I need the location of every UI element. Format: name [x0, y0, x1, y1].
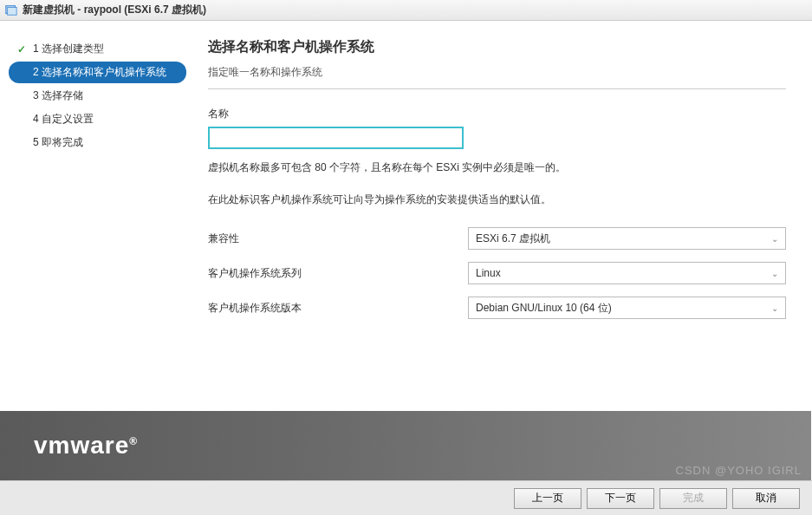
step-1[interactable]: ✓ 1 选择创建类型: [9, 38, 186, 60]
row-os-version: 客户机操作系统版本 Debian GNU/Linux 10 (64 位) ⌄: [208, 297, 786, 319]
name-label: 名称: [208, 107, 786, 121]
step-5[interactable]: 5 即将完成: [9, 132, 186, 153]
vmware-logo: vmware®: [34, 432, 138, 460]
window-title: 新建虚拟机 - raypool (ESXi 6.7 虚拟机): [23, 3, 206, 17]
logo-band: vmware®: [0, 411, 811, 480]
footer-buttons: 上一页 下一页 完成 取消: [0, 480, 812, 515]
step-label: 3 选择存储: [33, 88, 83, 103]
step-4[interactable]: 4 自定义设置: [9, 108, 186, 130]
os-hint: 在此处标识客户机操作系统可让向导为操作系统的安装提供适当的默认值。: [208, 192, 786, 208]
vm-name-input[interactable]: [208, 127, 464, 149]
back-button[interactable]: 上一页: [514, 488, 581, 509]
row-os-family: 客户机操作系统系列 Linux ⌄: [208, 262, 786, 284]
os-family-label: 客户机操作系统系列: [208, 266, 468, 281]
step-label: 5 即将完成: [33, 135, 83, 150]
select-value: Linux: [476, 267, 501, 279]
page-heading: 选择名称和客户机操作系统: [208, 38, 786, 56]
check-icon: ✓: [17, 43, 29, 55]
os-version-select[interactable]: Debian GNU/Linux 10 (64 位) ⌄: [468, 297, 786, 319]
step-label: 2 选择名称和客户机操作系统: [33, 65, 166, 80]
divider: [208, 88, 786, 89]
page-subtitle: 指定唯一名称和操作系统: [208, 65, 786, 80]
svg-rect-1: [8, 7, 17, 15]
select-value: Debian GNU/Linux 10 (64 位): [476, 301, 612, 316]
compatibility-select[interactable]: ESXi 6.7 虚拟机 ⌄: [468, 227, 786, 250]
vm-icon: [5, 4, 17, 16]
row-compatibility: 兼容性 ESXi 6.7 虚拟机 ⌄: [208, 227, 786, 250]
step-3[interactable]: 3 选择存储: [9, 85, 186, 107]
step-label: 4 自定义设置: [33, 112, 94, 127]
chevron-down-icon: ⌄: [771, 303, 778, 313]
chevron-down-icon: ⌄: [771, 269, 778, 278]
cancel-button[interactable]: 取消: [732, 488, 800, 509]
os-version-label: 客户机操作系统版本: [208, 301, 468, 316]
next-button[interactable]: 下一页: [587, 488, 654, 509]
compatibility-label: 兼容性: [208, 231, 468, 246]
chevron-down-icon: ⌄: [771, 234, 778, 244]
titlebar: 新建虚拟机 - raypool (ESXi 6.7 虚拟机): [0, 0, 812, 21]
step-label: 1 选择创建类型: [33, 42, 104, 56]
select-value: ESXi 6.7 虚拟机: [476, 231, 550, 246]
finish-button: 完成: [659, 488, 727, 509]
step-2[interactable]: 2 选择名称和客户机操作系统: [9, 62, 186, 83]
name-hint: 虚拟机名称最多可包含 80 个字符，且名称在每个 ESXi 实例中必须是唯一的。: [208, 160, 786, 176]
os-family-select[interactable]: Linux ⌄: [468, 262, 786, 284]
